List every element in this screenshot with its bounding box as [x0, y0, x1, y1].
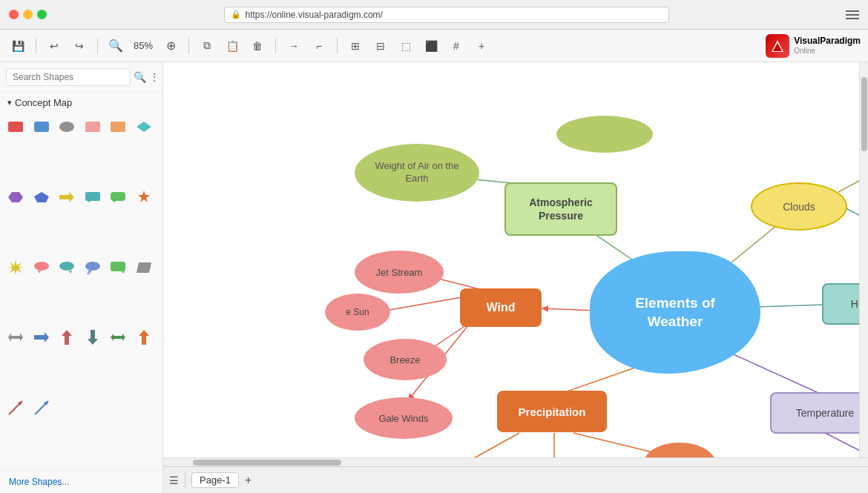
shape-rect-red[interactable] — [6, 117, 25, 136]
format-button[interactable]: ⊞ — [345, 36, 366, 56]
bottom-sep — [185, 472, 185, 489]
close-button[interactable] — [9, 10, 19, 19]
shape-bubble-pink[interactable] — [32, 258, 51, 277]
shape-arrow-right[interactable] — [32, 328, 51, 347]
node-gale-winds[interactable]: Gale Winds — [355, 397, 453, 439]
svg-marker-29 — [62, 330, 72, 345]
copy-button[interactable]: ⧉ — [197, 36, 217, 56]
url-bar[interactable]: 🔒 https://online.visual-paradigm.com/ — [224, 7, 669, 23]
svg-marker-27 — [8, 333, 23, 342]
connector-button[interactable]: → — [283, 36, 304, 56]
search-button[interactable]: 🔍 — [134, 71, 146, 83]
zoom-out-button[interactable]: 🔍 — [105, 36, 126, 56]
svg-marker-16 — [8, 260, 23, 275]
shape-arrow-up[interactable] — [57, 328, 76, 347]
traffic-lights — [9, 10, 47, 19]
delete-button[interactable]: 🗑 — [247, 36, 268, 56]
shape-star-orange[interactable] — [134, 188, 154, 207]
save-button[interactable]: 💾 — [7, 36, 28, 56]
shape-rect-blue[interactable] — [32, 117, 51, 136]
shape-burst-yellow[interactable] — [6, 258, 25, 277]
shape-arrow-down[interactable] — [83, 328, 102, 347]
shape-arrow-h-double[interactable] — [108, 328, 128, 347]
node-atmospheric-pressure[interactable]: AtmosphericPressure — [504, 182, 617, 236]
shape-ellipse-gray[interactable] — [57, 117, 76, 136]
shape-diamond-cyan[interactable] — [134, 117, 154, 136]
shape-arrow-yellow[interactable] — [57, 188, 76, 207]
svg-line-50 — [573, 433, 659, 454]
scroll-vertical[interactable] — [859, 62, 868, 457]
page-tab-label: Page-1 — [200, 474, 231, 486]
zoom-in-button[interactable]: ⊕ — [160, 36, 181, 56]
redo-button[interactable]: ↪ — [69, 36, 90, 56]
shape-rect-orange[interactable] — [108, 117, 128, 136]
sidebar-toggle-button[interactable]: ☰ — [169, 474, 179, 486]
maximize-button[interactable] — [37, 10, 47, 19]
sidebar-more-button[interactable]: ⋮ — [149, 71, 160, 83]
more-shapes-link[interactable]: More Shapes... — [0, 470, 162, 493]
add-button[interactable]: + — [471, 36, 492, 56]
svg-marker-9 — [34, 192, 49, 202]
node-elements-of-weather[interactable]: Elements ofWeather — [590, 251, 760, 374]
concept-map-header[interactable]: ▾ Concept Map — [0, 93, 162, 113]
sidebar: 🔍 ⋮ ▾ Concept Map — [0, 62, 163, 493]
shape-bubble-teal[interactable] — [57, 258, 76, 277]
node-jet-stream[interactable]: Jet Stream — [355, 251, 444, 294]
title-bar: 🔒 https://online.visual-paradigm.com/ — [0, 0, 868, 30]
undo-button[interactable]: ↩ — [44, 36, 65, 56]
svg-marker-20 — [69, 271, 72, 274]
shape-arrow-left-right[interactable] — [6, 328, 25, 347]
scroll-thumb-v[interactable] — [861, 77, 867, 151]
group-button[interactable]: ⬚ — [395, 36, 416, 56]
shape-callout-teal[interactable] — [83, 188, 102, 207]
node-weight-of-air[interactable]: Weight of Air on theEarth — [355, 144, 479, 202]
svg-point-22 — [88, 270, 91, 273]
align-button[interactable]: ⬛ — [421, 36, 441, 56]
add-page-button[interactable]: + — [245, 474, 251, 487]
toolbar-sep-1 — [36, 38, 36, 54]
scroll-thumb-h[interactable] — [193, 460, 341, 466]
node-precipitation[interactable]: Precipitation — [497, 391, 607, 432]
search-input[interactable] — [6, 68, 131, 86]
shape-arrow-blue-diag[interactable] — [32, 398, 51, 417]
svg-marker-7 — [137, 122, 151, 132]
canvas-area[interactable]: Elements ofWeather AtmosphericPressure C… — [163, 62, 868, 493]
node-wind[interactable]: Wind — [460, 288, 542, 327]
node-breeze[interactable]: Breeze — [364, 339, 447, 380]
svg-marker-30 — [88, 330, 98, 345]
shape-callout2-green[interactable] — [108, 258, 128, 277]
node-temperature[interactable]: Temperature — [770, 392, 868, 434]
page-tab[interactable]: Page-1 — [191, 472, 239, 488]
svg-marker-25 — [122, 271, 125, 274]
svg-marker-14 — [113, 201, 116, 202]
svg-marker-8 — [8, 192, 23, 202]
grid-button[interactable]: # — [446, 36, 467, 56]
node-clouds[interactable]: Clouds — [751, 182, 847, 231]
node-sun[interactable]: e Sun — [325, 294, 390, 331]
main-area: 🔍 ⋮ ▾ Concept Map — [0, 62, 868, 493]
svg-marker-10 — [59, 192, 74, 202]
svg-rect-5 — [85, 122, 100, 132]
concept-map-arrow: ▾ — [7, 98, 12, 107]
shape-parallelogram[interactable] — [134, 258, 154, 277]
line-button[interactable]: ⌐ — [309, 36, 329, 56]
shape-callout-green[interactable] — [108, 188, 128, 207]
node-top-partial[interactable] — [556, 116, 653, 153]
shape-rect-pink[interactable] — [83, 117, 102, 136]
menu-button[interactable] — [846, 10, 859, 19]
paste-button[interactable]: 📋 — [222, 36, 243, 56]
shape-pentagon-blue[interactable] — [32, 188, 51, 207]
toolbar-sep-2 — [97, 38, 98, 54]
minimize-button[interactable] — [23, 10, 33, 19]
shape-thought-blue[interactable] — [83, 258, 102, 277]
vp-subtitle: Online — [794, 47, 861, 56]
scroll-horizontal[interactable] — [163, 457, 868, 466]
svg-point-23 — [87, 272, 89, 274]
shape-hexagon-purple[interactable] — [6, 188, 25, 207]
bottom-bar: ☰ Page-1 + — [163, 466, 868, 493]
svg-marker-18 — [38, 271, 41, 274]
svg-rect-6 — [111, 122, 125, 132]
shape-arrow-diagonal[interactable] — [6, 398, 25, 417]
arrange-button[interactable]: ⊟ — [370, 36, 391, 56]
shape-arrow-up2[interactable] — [134, 328, 154, 347]
